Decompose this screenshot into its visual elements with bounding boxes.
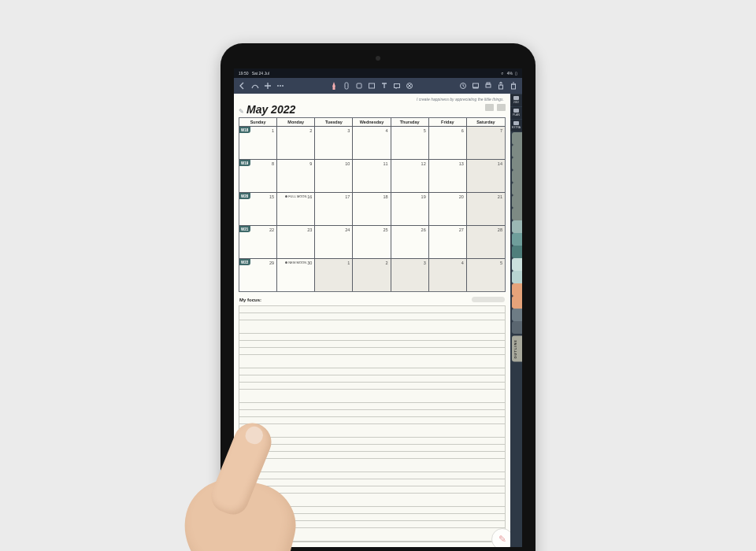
dayhead: Monday [277, 118, 315, 126]
focus-pill[interactable] [472, 297, 505, 302]
planner-page[interactable]: I create happiness by appreciating the l… [234, 94, 510, 547]
svg-rect-6 [369, 83, 375, 88]
list-view-icon[interactable] [485, 104, 494, 111]
calendar-cell[interactable]: 3 [315, 126, 353, 159]
month-tab[interactable] [512, 233, 522, 246]
ruled-notes-area[interactable] [239, 305, 506, 542]
calendar-cell[interactable]: 16FULL MOON [277, 192, 315, 225]
page-quote: I create happiness by appreciating the l… [239, 97, 506, 102]
calendar-cell[interactable]: 6 [429, 126, 467, 159]
day-number: 11 [383, 161, 387, 166]
more-icon[interactable] [276, 82, 284, 90]
calendar-row: 15W2016FULL MOON1718192021 [239, 192, 505, 225]
shape-icon[interactable] [368, 82, 376, 90]
wifi-icon: ᯤ [501, 71, 505, 76]
month-tab[interactable] [512, 309, 522, 321]
month-tab[interactable] [512, 296, 522, 309]
page-nav-icon[interactable] [497, 104, 506, 111]
trash-icon[interactable] [510, 82, 517, 90]
lasso-icon[interactable] [393, 82, 401, 90]
calendar-cell[interactable]: 30NEW MOON [277, 258, 315, 291]
day-number: 20 [459, 194, 464, 199]
clear-icon[interactable] [406, 82, 413, 90]
status-date: Sat 24 Jul [252, 71, 269, 76]
calendar-cell[interactable]: 25 [353, 225, 391, 258]
calendar-cell[interactable]: 12 [391, 159, 429, 192]
draw-icon[interactable] [251, 82, 259, 90]
page-wrap: I create happiness by appreciating the l… [234, 94, 522, 547]
rail-link-year[interactable]: 2022 [510, 94, 522, 106]
svg-point-2 [282, 85, 284, 87]
day-number: 3 [424, 261, 426, 265]
month-tab[interactable] [512, 208, 522, 220]
month-tab[interactable] [512, 157, 522, 170]
week-badge[interactable]: W21 [239, 226, 250, 232]
month-tab[interactable] [512, 246, 522, 258]
calendar-cell[interactable]: 17 [315, 192, 353, 225]
svg-rect-3 [333, 87, 335, 90]
share-icon[interactable] [497, 82, 505, 90]
week-badge[interactable]: W18 [239, 127, 250, 133]
month-tab[interactable] [512, 220, 522, 233]
calendar-cell[interactable]: 3 [391, 258, 429, 291]
month-tab[interactable] [512, 145, 522, 157]
week-badge[interactable]: W19 [239, 160, 250, 166]
pen-nib-icon: ✎ [498, 534, 506, 545]
month-tab[interactable] [512, 283, 522, 296]
calendar-cell[interactable]: 15W20 [239, 192, 277, 225]
calendar-cell[interactable]: 18 [353, 192, 391, 225]
calendar-cell[interactable]: 2 [277, 126, 315, 159]
calendar-cell[interactable]: 28 [467, 225, 505, 258]
day-number: 25 [383, 227, 387, 232]
calendar-cell[interactable]: 22W21 [239, 225, 277, 258]
calendar-cell[interactable]: 8W19 [239, 159, 277, 192]
calendar-cell[interactable]: 27 [429, 225, 467, 258]
calendar-cell[interactable]: 24 [315, 225, 353, 258]
day-number: 18 [383, 194, 387, 199]
day-number: 16 [307, 194, 312, 199]
calendar-cell[interactable]: 23 [277, 225, 315, 258]
calendar-cell[interactable]: 20 [429, 192, 467, 225]
calendar-cell[interactable]: 4 [429, 258, 467, 291]
calendar-cell[interactable]: 13 [429, 159, 467, 192]
calendar-cell[interactable]: 26 [391, 225, 429, 258]
month-tab[interactable] [512, 258, 522, 271]
highlighter-icon[interactable] [343, 82, 350, 90]
calendar-cell[interactable]: 2 [353, 258, 391, 291]
day-number: 30 [307, 261, 312, 265]
calendar-cell[interactable]: 10 [315, 159, 353, 192]
month-tab[interactable] [512, 183, 522, 195]
calendar-cell[interactable]: 7 [467, 126, 505, 159]
day-number: 27 [459, 227, 464, 232]
calendar-cell[interactable]: 11 [353, 159, 391, 192]
add-icon[interactable] [264, 82, 272, 90]
calendar-cell[interactable]: 1 [315, 258, 353, 291]
calendar-cell[interactable]: 21 [467, 192, 505, 225]
week-badge[interactable]: W20 [239, 193, 250, 199]
calendar-cell[interactable]: 1W18 [239, 126, 277, 159]
month-tab[interactable] [512, 132, 522, 145]
week-badge[interactable]: W22 [239, 259, 250, 265]
month-tab[interactable] [512, 195, 522, 208]
view-icon[interactable] [472, 82, 480, 90]
calendar-cell[interactable]: 19 [391, 192, 429, 225]
rail-link-extra[interactable]: EXTRA [510, 120, 522, 131]
calendar-cell[interactable]: 14 [467, 159, 505, 192]
month-tab[interactable] [512, 321, 522, 334]
rail-link-plan[interactable]: PLAN [510, 107, 522, 119]
text-icon[interactable] [380, 82, 388, 90]
calendar-cell[interactable]: 4 [353, 126, 391, 159]
pen-icon[interactable] [330, 82, 338, 90]
month-tab[interactable] [512, 170, 522, 183]
calendar-cell[interactable]: 9 [277, 159, 315, 192]
screen: 19:50 Sat 24 Jul ᯤ 4% ▯ [234, 68, 522, 547]
calendar-cell[interactable]: 5 [467, 258, 505, 291]
calendar-cell[interactable]: 29W22 [239, 258, 277, 291]
outline-tab[interactable]: OUTLINE [512, 336, 522, 362]
month-tab[interactable] [512, 271, 522, 283]
calendar-cell[interactable]: 5 [391, 126, 429, 159]
clock-icon[interactable] [459, 82, 467, 90]
print-icon[interactable] [484, 82, 492, 90]
eraser-icon[interactable] [355, 82, 363, 90]
back-icon[interactable] [239, 82, 246, 90]
